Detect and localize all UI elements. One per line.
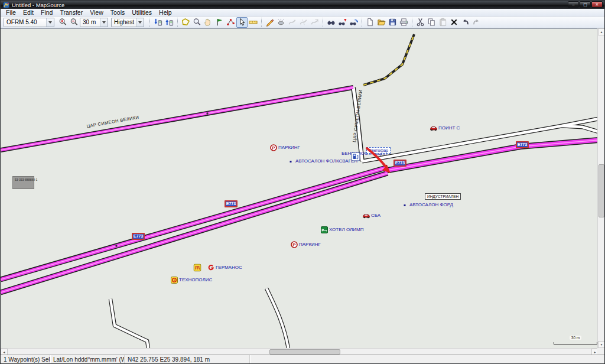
detail-value: Highest bbox=[112, 19, 136, 25]
track-filter-tool-button bbox=[309, 17, 320, 28]
chevron-down-icon bbox=[136, 18, 144, 27]
toolbar-separator bbox=[149, 18, 150, 27]
map-tool-button[interactable] bbox=[180, 17, 191, 28]
car-icon bbox=[363, 213, 370, 219]
track-split-tool-button bbox=[298, 17, 309, 28]
zoom-out-button[interactable] bbox=[69, 17, 80, 28]
open-button[interactable] bbox=[376, 17, 387, 28]
building-label: 53-333-888888-1 bbox=[15, 178, 37, 181]
find-button[interactable] bbox=[326, 17, 337, 28]
germanos-icon bbox=[208, 265, 214, 271]
toolbar: OFRM 5.40 30 m Highest bbox=[1, 17, 604, 28]
product-dropdown[interactable]: OFRM 5.40 bbox=[4, 18, 54, 27]
parking-icon: P bbox=[270, 144, 277, 151]
zoom-in-button[interactable] bbox=[57, 17, 69, 28]
fuel-icon bbox=[352, 152, 360, 161]
send-to-device-button[interactable] bbox=[152, 17, 164, 28]
cut-button[interactable] bbox=[415, 17, 426, 28]
track-erase-tool-button[interactable] bbox=[275, 17, 287, 28]
svg-text:P: P bbox=[272, 145, 275, 151]
new-document-button[interactable] bbox=[365, 17, 376, 28]
dot-icon bbox=[404, 204, 406, 207]
print-button[interactable] bbox=[398, 17, 409, 28]
status-coordinate-format: Lat/Lon hddd°mm.mmm' (WGS 84) bbox=[50, 355, 125, 364]
redo-button bbox=[471, 17, 482, 28]
scale-distance: 30 m bbox=[570, 336, 581, 340]
hotel-icon bbox=[321, 226, 328, 233]
measure-tool-button[interactable] bbox=[248, 17, 259, 28]
zoom-tool-button[interactable] bbox=[191, 17, 203, 28]
menu-file[interactable]: File bbox=[2, 9, 19, 16]
track-draw-tool-button[interactable] bbox=[264, 17, 275, 28]
minimize-button[interactable]: – bbox=[568, 1, 579, 8]
scale-bracket bbox=[554, 342, 597, 344]
parking-icon: P bbox=[291, 241, 298, 248]
shop-icon bbox=[194, 264, 201, 272]
menu-bar: FileEditFindTransferViewToolsUtilitiesHe… bbox=[1, 9, 604, 17]
waypoint-tool-button[interactable] bbox=[214, 17, 225, 28]
product-dropdown-value: OFRM 5.40 bbox=[4, 19, 46, 25]
menu-utilities[interactable]: Utilities bbox=[128, 9, 155, 16]
technopolis-icon bbox=[171, 277, 178, 284]
delete-button[interactable] bbox=[448, 17, 460, 28]
scrollbar-corner bbox=[597, 348, 604, 355]
poi-label: АВТОСАЛОН ФОРД bbox=[409, 202, 453, 207]
chevron-down-icon bbox=[46, 18, 54, 27]
horizontal-scrollbar[interactable]: ◄ ► bbox=[1, 348, 599, 355]
copy-button[interactable] bbox=[426, 17, 437, 28]
poi-label: ТЕХНОПОЛИС bbox=[179, 277, 212, 282]
poi-label: ПОИНТ С bbox=[438, 125, 460, 131]
status-bar: 1 Waypoint(s) Selected Lat/Lon hddd°mm.m… bbox=[1, 355, 604, 364]
toolbar-separator bbox=[261, 18, 262, 27]
receive-from-device-button[interactable] bbox=[164, 17, 175, 28]
detail-dropdown[interactable]: Highest bbox=[111, 18, 144, 27]
hand-tool-button[interactable] bbox=[203, 17, 214, 28]
menu-edit[interactable]: Edit bbox=[19, 9, 37, 16]
horizontal-scroll-thumb[interactable] bbox=[269, 349, 340, 355]
scroll-up-arrow[interactable]: ▲ bbox=[598, 28, 605, 35]
menu-help[interactable]: Help bbox=[155, 9, 175, 16]
undo-button[interactable] bbox=[460, 17, 471, 28]
scroll-down-arrow[interactable]: ▼ bbox=[598, 341, 605, 348]
map-scale: 30 m overzoom bbox=[554, 331, 597, 348]
car-icon bbox=[430, 126, 438, 131]
toolbar-separator bbox=[412, 18, 412, 27]
find-nearest-button[interactable] bbox=[337, 17, 348, 28]
mapsource-window: Untitled - MapSource – ▢ ✕ FileEditFindT… bbox=[0, 0, 605, 364]
paste-button bbox=[437, 17, 448, 28]
poi-label: ГЕРМАНОС bbox=[216, 265, 242, 270]
recent-finds-button[interactable] bbox=[348, 17, 359, 28]
zoom-scale-dropdown[interactable]: 30 m bbox=[80, 18, 108, 27]
menu-find[interactable]: Find bbox=[37, 9, 56, 16]
toolbar-separator bbox=[362, 18, 362, 27]
route-tool-button[interactable] bbox=[225, 17, 236, 28]
poi-label: ПАРКИНГ bbox=[278, 145, 300, 150]
map-canvas[interactable]: 53-333-888888-1 PПАРКИНГАВТОСАЛОН ФОЛКСВ… bbox=[1, 28, 599, 348]
maximize-button[interactable]: ▢ bbox=[580, 1, 591, 8]
poi-label: СБА bbox=[371, 213, 380, 218]
zoom-scale-value: 30 m bbox=[80, 19, 100, 25]
menu-tools[interactable]: Tools bbox=[107, 9, 129, 16]
close-button[interactable]: ✕ bbox=[591, 1, 603, 8]
poi-label: АВТОСАЛОН ФОЛКСВАГЕН bbox=[295, 158, 357, 164]
status-spacer bbox=[250, 355, 604, 364]
toolbar-separator bbox=[323, 18, 323, 27]
route-shield: E773 bbox=[225, 200, 238, 207]
map-roads bbox=[1, 29, 599, 348]
save-button[interactable] bbox=[387, 17, 398, 28]
route-shield: E773 bbox=[516, 141, 529, 148]
vertical-scrollbar[interactable]: ▲ ▼ bbox=[597, 28, 604, 348]
track-join-tool-button bbox=[287, 17, 298, 28]
selection-tool-button[interactable] bbox=[236, 17, 248, 28]
poi-label: ПАРКИНГ bbox=[299, 242, 321, 247]
window-title: Untitled - MapSource bbox=[12, 2, 64, 8]
status-selection: 1 Waypoint(s) Selected bbox=[1, 355, 50, 364]
menu-transfer[interactable]: Transfer bbox=[56, 9, 86, 16]
vertical-scroll-thumb[interactable] bbox=[599, 164, 604, 217]
district-label: ИНДУСТРИАЛЕН bbox=[425, 193, 461, 200]
toolbar-separator bbox=[177, 18, 178, 27]
dot-icon bbox=[290, 160, 292, 163]
selected-waypoint-label[interactable]: Светофар bbox=[366, 147, 391, 154]
status-cursor-position: N42 25.755 E25 39.894, 181 m bbox=[125, 355, 250, 364]
menu-view[interactable]: View bbox=[86, 9, 107, 16]
